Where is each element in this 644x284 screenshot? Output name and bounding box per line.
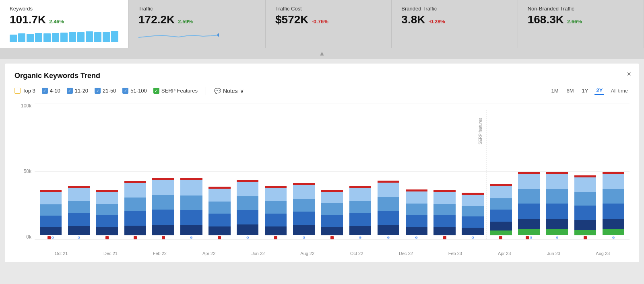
branded-value: 3.8K -0.28% — [401, 13, 508, 26]
checkbox-11-20[interactable] — [67, 88, 73, 94]
cost-label: Traffic Cost — [275, 6, 382, 12]
stacked-bar-jun23b — [546, 172, 568, 235]
google-icon: G — [190, 236, 192, 239]
seg-s2 — [152, 195, 174, 210]
seg-s1 — [433, 192, 455, 204]
x-label-aug22: Aug 22 — [284, 249, 331, 256]
bar-dec21[interactable]: G — [66, 103, 92, 239]
x-label-jun23: Jun 23 — [530, 249, 577, 256]
bar-oct21[interactable]: G — [38, 103, 64, 239]
filter-serp[interactable]: SERP Features — [153, 88, 198, 94]
filter-top3[interactable]: Top 3 — [14, 88, 35, 94]
filter-51-100-label: 51-100 — [130, 88, 147, 94]
seg-s1 — [124, 183, 146, 198]
checkbox-top3[interactable] — [14, 88, 21, 94]
bar-feb22b[interactable] — [122, 103, 148, 239]
bar-icons-feb23b: G — [471, 236, 474, 239]
chart-area: 100k 50k 0k SERP features — [14, 103, 630, 256]
bar-jun22a[interactable] — [206, 103, 232, 239]
seg-s3 — [321, 215, 343, 227]
seg-s3 — [265, 214, 287, 226]
bar-aug22a[interactable] — [263, 103, 289, 239]
bar-aug23a[interactable] — [572, 103, 598, 239]
seg-sg — [546, 229, 568, 235]
red-icon — [584, 236, 587, 239]
bar-feb23a[interactable] — [432, 103, 458, 239]
red-icon — [47, 236, 51, 239]
seg-s1 — [208, 189, 230, 202]
stacked-bar-dec21 — [68, 186, 90, 235]
time-alltime[interactable]: All time — [609, 87, 630, 95]
seg-s3 — [462, 216, 483, 228]
time-1m[interactable]: 1M — [549, 87, 560, 95]
bar-apr23a[interactable] — [488, 103, 514, 239]
seg-s2 — [546, 189, 568, 204]
bar-icons-apr22b: G — [190, 236, 192, 239]
bar-dec22a[interactable]: G — [376, 103, 401, 239]
bar-aug23b[interactable]: G — [601, 103, 626, 239]
stacked-bar-dec22a — [378, 181, 399, 235]
seg-s4 — [124, 226, 146, 235]
bar-icons-jun22a — [218, 236, 221, 239]
bar-dec22b[interactable]: G — [404, 103, 429, 239]
red-icon — [499, 236, 502, 239]
seg-s3 — [518, 204, 540, 219]
bar-feb22a[interactable] — [94, 103, 120, 239]
seg-s4 — [603, 219, 624, 229]
y-label-50k: 50k — [24, 169, 31, 174]
main-area: Organic Keywords Trend × Top 3 4-10 — [0, 59, 644, 267]
stacked-bar-aug23a — [574, 175, 596, 235]
bar-jun23b[interactable]: G — [544, 103, 570, 239]
bar-icons-jun23b: G — [556, 236, 558, 239]
checkbox-21-50[interactable] — [95, 88, 101, 94]
seg-s1 — [603, 174, 624, 189]
bar-aug22b[interactable]: G — [291, 103, 317, 239]
checkbox-4-10[interactable] — [42, 88, 48, 94]
bar-jun22b[interactable]: G — [235, 103, 260, 239]
bar-apr22b[interactable]: G — [179, 103, 204, 239]
filter-51-100[interactable]: 51-100 — [122, 88, 147, 94]
chart-controls: Top 3 4-10 11-20 21-50 — [14, 86, 630, 95]
keywords-card[interactable]: Keywords 101.7K 2.46% — [0, 0, 129, 48]
notes-icon: 💬 — [214, 88, 221, 94]
branded-card[interactable]: Branded Traffic 3.8K -0.28% — [392, 0, 518, 48]
seg-s2 — [180, 196, 202, 210]
bar-oct22a[interactable] — [319, 103, 345, 239]
chart-plot: SERP features — [35, 103, 630, 240]
time-2y[interactable]: 2Y — [594, 86, 604, 95]
nonbranded-card[interactable]: Non-Branded Traffic 168.3K 2.66% — [518, 0, 644, 48]
bar-jun23a[interactable]: G — [516, 103, 542, 239]
traffic-change: 2.59% — [178, 19, 193, 25]
filter-21-50[interactable]: 21-50 — [95, 88, 116, 94]
filter-11-20[interactable]: 11-20 — [67, 88, 88, 94]
x-label-apr23: Apr 23 — [481, 249, 528, 256]
seg-s2 — [574, 192, 596, 206]
traffic-card[interactable]: Traffic 172.2K 2.59% — [129, 0, 266, 48]
stacked-bar-apr22a — [152, 178, 174, 235]
notes-button[interactable]: 💬 Notes ∨ — [214, 88, 244, 94]
seg-s1 — [349, 188, 371, 201]
seg-s3 — [124, 211, 146, 226]
time-6m[interactable]: 6M — [565, 87, 576, 95]
cost-value: $572K -0.76% — [275, 13, 382, 26]
seg-s4 — [237, 224, 258, 235]
bar-oct22b[interactable]: G — [347, 103, 373, 239]
bar-feb23b[interactable]: G — [460, 103, 486, 239]
collapse-arrow[interactable]: ▲ — [0, 48, 644, 59]
notes-chevron: ∨ — [240, 88, 244, 94]
x-label-feb22: Feb 22 — [136, 249, 183, 256]
google-icon: G — [415, 236, 418, 239]
close-button[interactable]: × — [627, 70, 631, 78]
branded-label: Branded Traffic — [401, 6, 508, 12]
time-1y[interactable]: 1Y — [580, 87, 590, 95]
seg-s2 — [40, 204, 62, 216]
filter-top3-label: Top 3 — [23, 88, 35, 94]
x-label-oct21: Oct 21 — [38, 249, 85, 256]
checkbox-51-100[interactable] — [122, 88, 128, 94]
google-icon: G — [556, 236, 558, 239]
checkbox-serp[interactable] — [153, 88, 159, 94]
filter-4-10[interactable]: 4-10 — [42, 88, 60, 94]
cost-card[interactable]: Traffic Cost $572K -0.76% — [266, 0, 392, 48]
seg-s1 — [237, 182, 258, 196]
bar-apr22a[interactable] — [151, 103, 176, 239]
